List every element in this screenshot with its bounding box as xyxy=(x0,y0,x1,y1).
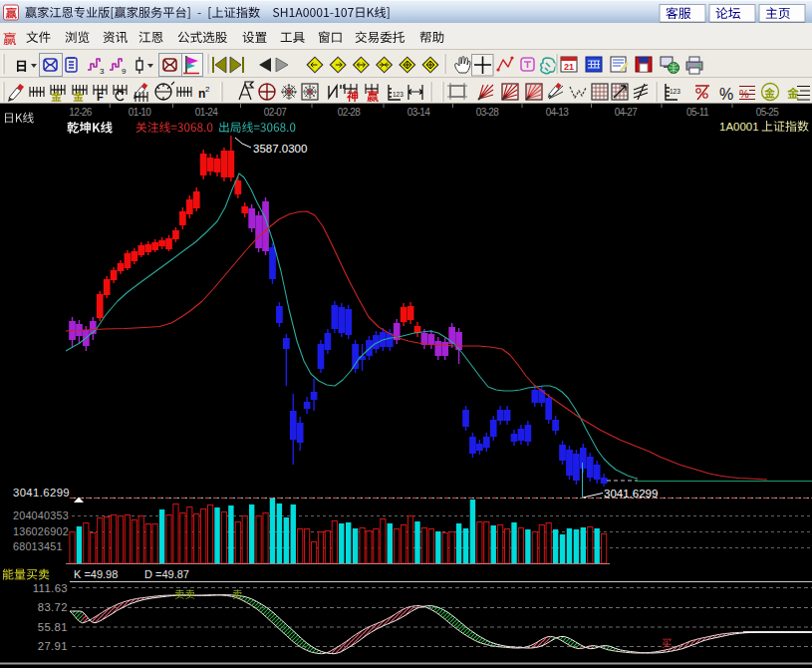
svg-text:3587.0300: 3587.0300 xyxy=(253,143,307,155)
svg-text:03-28: 03-28 xyxy=(476,107,500,118)
svg-text:21: 21 xyxy=(564,62,574,72)
svg-text:204040353: 204040353 xyxy=(13,509,69,521)
svg-text:05-25: 05-25 xyxy=(756,107,780,118)
svg-text:1A0001: 1A0001 xyxy=(719,121,759,133)
svg-text:04-27: 04-27 xyxy=(615,107,639,118)
svg-text:%: % xyxy=(719,86,733,103)
svg-text:68013451: 68013451 xyxy=(13,540,63,552)
svg-text:05-11: 05-11 xyxy=(686,107,709,118)
svg-text:27.91: 27.91 xyxy=(38,640,68,652)
svg-text:D =49.87: D =49.87 xyxy=(144,568,189,580)
svg-text:111.63: 111.63 xyxy=(33,582,68,594)
svg-text:01-24: 01-24 xyxy=(195,107,219,118)
svg-text:04-13: 04-13 xyxy=(546,107,570,118)
svg-text:123: 123 xyxy=(670,88,680,95)
svg-text:F: F xyxy=(97,91,104,103)
svg-text:12-26: 12-26 xyxy=(69,107,93,118)
svg-text:55.81: 55.81 xyxy=(38,621,68,633)
svg-text:02-07: 02-07 xyxy=(264,107,288,118)
svg-text:3041.6299: 3041.6299 xyxy=(13,487,70,499)
svg-text:K =49.98: K =49.98 xyxy=(74,568,118,580)
svg-text:83.72: 83.72 xyxy=(38,601,68,613)
svg-text:136026902: 136026902 xyxy=(13,525,69,537)
svg-text:03-14: 03-14 xyxy=(407,107,431,118)
svg-text:3: 3 xyxy=(100,67,105,76)
svg-text:01-10: 01-10 xyxy=(129,107,152,118)
svg-text:123: 123 xyxy=(393,91,404,98)
svg-text:2: 2 xyxy=(205,85,210,94)
svg-text:9: 9 xyxy=(122,67,127,76)
svg-text:02-28: 02-28 xyxy=(338,107,362,118)
